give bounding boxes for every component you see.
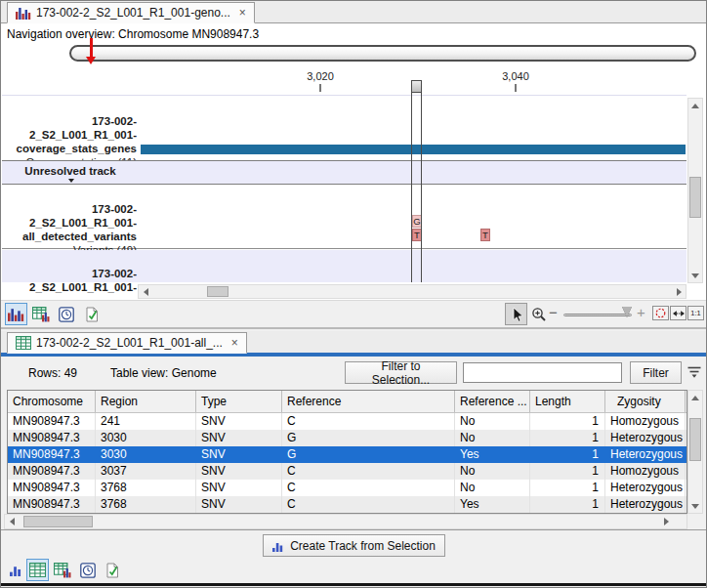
tab-label: 173-002-2_S2_L001_R1_001-geno... (36, 6, 230, 20)
column-header[interactable]: Length (530, 391, 605, 412)
column-header[interactable]: Reference ... (455, 391, 530, 412)
create-track-from-selection-button[interactable]: Create Track from Selection (263, 534, 445, 557)
column-header[interactable]: Chromosome (8, 391, 96, 412)
scroll-down-icon[interactable] (688, 499, 702, 513)
table-cell: Homozygous (605, 413, 686, 430)
history-view-button[interactable] (55, 303, 77, 325)
table-cell: MN908947.3 (8, 480, 96, 496)
table-cell: 1 (530, 463, 605, 480)
table-cell: 241 (96, 413, 196, 430)
table-cell: SNV (196, 480, 282, 496)
tab-genome-track[interactable]: 173-002-2_S2_L001_R1_001-geno... × (7, 2, 255, 23)
scroll-up-icon[interactable] (688, 391, 702, 404)
table-view-toolbar (1, 558, 706, 583)
zoom-slider-thumb[interactable] (622, 307, 632, 317)
table-vertical-scrollbar[interactable] (687, 390, 703, 514)
scroll-right-icon[interactable] (659, 515, 673, 528)
table-header-row: ChromosomeRegionTypeReferenceReference .… (8, 391, 686, 413)
table-cell: Heterozygous (605, 430, 686, 446)
table-chart-icon (54, 563, 71, 578)
table-cell: C (282, 480, 455, 496)
scrollbar-thumb[interactable] (23, 516, 93, 527)
table-row[interactable]: MN908947.33768SNVCYes1Heterozygous (8, 496, 686, 513)
table-view-button[interactable] (26, 559, 49, 581)
column-header[interactable]: Zygosity (605, 391, 686, 412)
table-cell: 1 (530, 446, 605, 463)
close-icon[interactable]: × (231, 336, 238, 350)
table-cell: No (455, 463, 530, 480)
scroll-down-icon[interactable] (688, 269, 702, 282)
table-row[interactable]: MN908947.33768SNVCNo1Heterozygous (8, 480, 686, 496)
scroll-left-icon[interactable] (139, 285, 152, 299)
element-info-button[interactable] (80, 303, 103, 325)
table-cell: 3030 (96, 430, 196, 446)
table-cell: 1 (530, 413, 605, 430)
filter-funnel-icon (686, 365, 702, 379)
scroll-right-icon[interactable] (672, 285, 686, 299)
table-cell: SNV (196, 496, 282, 513)
advanced-filter-button[interactable] (686, 364, 702, 379)
table-cell: C (282, 463, 455, 480)
table-cell: Heterozygous (605, 480, 686, 496)
filter-to-selection-button[interactable]: Filter to Selection... (345, 361, 457, 384)
variants-layer: GTT (1, 1, 706, 327)
table-view-button[interactable] (29, 303, 52, 325)
variant-marker[interactable]: T (480, 229, 490, 241)
filter-button[interactable]: Filter (630, 361, 682, 384)
zoom-100-button[interactable]: 1:1 (687, 306, 704, 320)
application-window: 173-002-2_S2_L001_R1_001-geno... × Navig… (0, 0, 707, 588)
scrollbar-thumb[interactable] (207, 286, 229, 297)
selection-marker[interactable] (411, 80, 422, 282)
fit-width-icon (672, 308, 686, 319)
track-view-button[interactable] (5, 303, 27, 325)
table-cell: 3768 (96, 496, 196, 513)
track-bars-icon (272, 540, 284, 552)
zoom-to-selection-button[interactable] (652, 306, 669, 320)
close-icon[interactable]: × (239, 6, 246, 20)
element-info-button[interactable] (101, 559, 123, 581)
table-body: MN908947.3241SNVCNo1HomozygousMN908947.3… (8, 413, 686, 513)
table-cell: No (455, 413, 530, 430)
table-horizontal-scrollbar[interactable] (4, 514, 687, 529)
variant-table: ChromosomeRegionTypeReferenceReference .… (7, 390, 687, 514)
track-horizontal-scrollbar[interactable] (138, 284, 686, 299)
table-toolbar: Rows: 49 Table view: Genome Filter to Se… (1, 357, 706, 389)
zoom-out-button[interactable]: − (549, 304, 558, 320)
column-header[interactable]: Region (96, 391, 196, 412)
table-cell: 3030 (96, 446, 196, 463)
table-cell: 1 (530, 480, 605, 496)
table-row[interactable]: MN908947.33030SNVGNo1Heterozygous (8, 430, 686, 446)
zoom-in-button[interactable]: + (637, 304, 645, 320)
table-cell: No (455, 480, 530, 496)
clock-icon (59, 307, 74, 322)
table-chart-view-button[interactable] (51, 559, 73, 581)
scrollbar-thumb[interactable] (689, 418, 701, 461)
scroll-left-icon[interactable] (5, 515, 19, 528)
history-view-button[interactable] (76, 559, 99, 581)
table-view-panel: 173-002-2_S2_L001_R1_001-all_... × Rows:… (1, 331, 706, 588)
column-header[interactable]: Reference (282, 391, 455, 412)
fit-width-button[interactable] (670, 306, 686, 320)
table-cell: SNV (196, 446, 282, 463)
table-row[interactable]: MN908947.3241SNVCNo1Homozygous (8, 413, 686, 430)
clock-icon (80, 563, 96, 578)
column-header[interactable]: Type (196, 391, 282, 412)
table-icon (16, 336, 31, 350)
magnifier-plus-icon (531, 307, 547, 322)
table-row[interactable]: MN908947.33037SNVCNo1Homozygous (8, 463, 686, 480)
table-cell: Heterozygous (605, 446, 686, 463)
filter-input[interactable] (463, 362, 622, 383)
rows-count-label: Rows: 49 (28, 366, 77, 380)
zoom-tool-button[interactable] (527, 303, 550, 325)
scroll-up-icon[interactable] (688, 99, 702, 112)
track-vertical-scrollbar[interactable] (687, 98, 703, 283)
tab-variant-table[interactable]: 173-002-2_S2_L001_R1_001-all_... × (7, 332, 247, 354)
table-cell: MN908947.3 (8, 413, 96, 430)
table-row[interactable]: MN908947.33030SNVGYes1Heterozygous (8, 446, 686, 463)
pointer-tool-button[interactable] (505, 303, 527, 325)
scrollbar-thumb[interactable] (689, 177, 701, 218)
table-cell: MN908947.3 (8, 446, 96, 463)
track-mini-button[interactable] (5, 559, 27, 581)
bottom-divider (1, 583, 706, 586)
selection-marker-handle[interactable] (412, 80, 421, 93)
